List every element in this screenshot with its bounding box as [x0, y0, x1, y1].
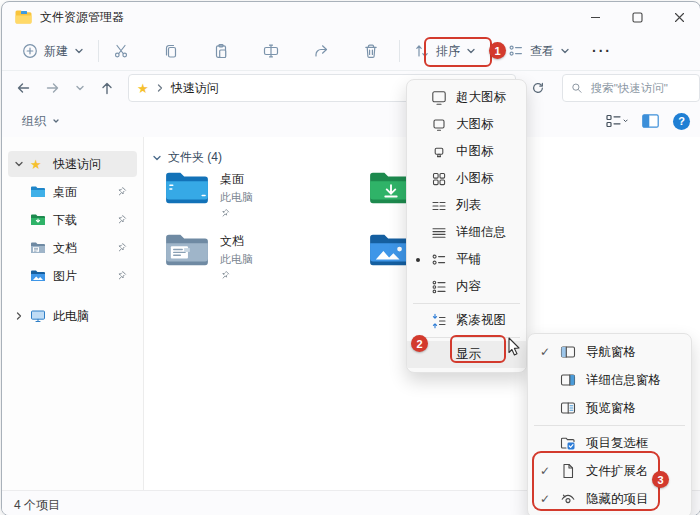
view-layout-icon: [508, 43, 524, 59]
large-icons-icon: [431, 117, 447, 133]
forward-button[interactable]: [38, 76, 68, 100]
maximize-button[interactable]: [616, 2, 658, 32]
extra-large-icons-icon: [431, 90, 447, 106]
tile-location: 此电脑: [220, 190, 253, 205]
view-button[interactable]: 查看: [500, 38, 578, 65]
menu-item-label: 小图标: [456, 170, 494, 187]
menu-item-label: 超大图标: [456, 89, 506, 106]
organize-button[interactable]: 组织: [22, 113, 61, 130]
menu-item-label: 平铺: [456, 251, 481, 268]
tiles-view-icon: [431, 252, 447, 268]
menu-item-extra-large-icons[interactable]: 超大图标: [407, 84, 526, 111]
preview-pane-toggle-icon[interactable]: [642, 114, 659, 128]
quick-access-star-icon: ★: [137, 81, 149, 96]
cut-icon: [113, 43, 129, 59]
help-icon[interactable]: ?: [673, 113, 690, 130]
menu-item-details[interactable]: 详细信息: [407, 219, 526, 246]
cut-button[interactable]: [105, 38, 137, 64]
menu-item-tiles[interactable]: 平铺: [407, 246, 526, 273]
details-pane-icon: [560, 372, 576, 388]
copy-icon: [163, 43, 179, 59]
sidebar-item-label: 下载: [53, 212, 77, 229]
annotation-step-2-badge: 2: [411, 335, 428, 352]
menu-item-large-icons[interactable]: 大图标: [407, 111, 526, 138]
mouse-cursor-icon: [506, 337, 523, 358]
new-button-label: 新建: [44, 43, 68, 60]
more-options-button[interactable]: ···: [592, 43, 612, 59]
submenu-item-preview-pane[interactable]: 预览窗格: [528, 394, 691, 422]
view-menu: 超大图标 大图标 中图标 小图标 列表 详细信息 平铺 内容: [406, 79, 527, 373]
sidebar-item-pictures[interactable]: 图片: [8, 263, 137, 289]
sidebar-item-documents[interactable]: 文档: [8, 235, 137, 261]
tile-desktop[interactable]: 桌面 此电脑: [164, 169, 368, 231]
paste-button[interactable]: [205, 38, 237, 64]
this-pc-icon: [30, 308, 46, 324]
menu-item-label: 中图标: [456, 143, 494, 160]
tile-name: 文档: [220, 233, 253, 250]
share-icon-button[interactable]: [305, 38, 337, 64]
new-plus-icon: [22, 43, 38, 59]
chevron-down-icon: [560, 46, 570, 56]
copy-button[interactable]: [155, 38, 187, 64]
expand-chevron-icon[interactable]: [8, 311, 30, 321]
pin-icon: [116, 186, 127, 197]
rename-icon: [263, 43, 279, 59]
sidebar-item-desktop[interactable]: 桌面: [8, 179, 137, 205]
new-button[interactable]: 新建: [14, 38, 92, 65]
sidebar-quick-access-label: 快速访问: [53, 156, 101, 173]
medium-icons-icon: [431, 144, 447, 160]
downloads-folder-icon: [30, 212, 46, 228]
sidebar-item-label: 图片: [53, 268, 77, 285]
documents-folder-icon: [164, 231, 210, 269]
command-row: 组织 ?: [2, 105, 700, 138]
pictures-folder-icon: [30, 268, 46, 284]
titlebar: 文件资源管理器: [2, 2, 700, 32]
menu-separator: [413, 303, 520, 304]
sidebar-item-this-pc[interactable]: 此电脑: [8, 303, 137, 329]
item-count: 4 个项目: [14, 497, 60, 514]
compact-view-icon: [431, 313, 447, 329]
submenu-item-label: 预览窗格: [586, 400, 636, 417]
submenu-item-label: 导航窗格: [586, 344, 636, 361]
annotation-box-view-button: [424, 37, 492, 67]
up-button[interactable]: [92, 76, 122, 100]
minimize-button[interactable]: [574, 2, 616, 32]
search-input[interactable]: [589, 81, 691, 95]
annotation-box-submenu-items: [532, 451, 660, 511]
sidebar-item-quick-access[interactable]: ★ 快速访问: [8, 151, 137, 177]
collapse-chevron-icon[interactable]: [8, 159, 30, 169]
submenu-item-label: 详细信息窗格: [586, 372, 661, 389]
refresh-icon[interactable]: [524, 77, 552, 99]
tile-documents[interactable]: 文档 此电脑: [164, 231, 368, 293]
layout-options-icon[interactable]: [606, 113, 628, 129]
explorer-folder-icon: [15, 10, 32, 24]
close-button[interactable]: [658, 2, 700, 32]
navigation-pane-icon: [560, 344, 576, 360]
sidebar-item-downloads[interactable]: 下载: [8, 207, 137, 233]
sidebar-item-label: 桌面: [53, 184, 77, 201]
menu-item-medium-icons[interactable]: 中图标: [407, 138, 526, 165]
check-icon: ✓: [540, 345, 560, 359]
back-button[interactable]: [8, 76, 38, 100]
menu-item-content[interactable]: 内容: [407, 273, 526, 300]
tile-location: 此电脑: [220, 252, 253, 267]
submenu-item-details-pane[interactable]: 详细信息窗格: [528, 366, 691, 394]
menu-item-label: 紧凑视图: [456, 312, 506, 329]
toolbar-separator: [399, 40, 400, 62]
menu-item-compact-view[interactable]: 紧凑视图: [407, 307, 526, 334]
tile-name: 桌面: [220, 171, 253, 188]
share-icon: [313, 43, 329, 59]
toolbar-separator: [98, 40, 99, 62]
menu-item-label: 列表: [456, 197, 481, 214]
recent-locations-button[interactable]: [68, 79, 92, 97]
rename-button[interactable]: [255, 38, 287, 64]
trash-icon: [363, 43, 379, 59]
menu-item-small-icons[interactable]: 小图标: [407, 165, 526, 192]
delete-button[interactable]: [355, 38, 387, 64]
small-icons-icon: [431, 171, 447, 187]
annotation-step-1-badge: 1: [489, 42, 506, 59]
breadcrumb[interactable]: 快速访问: [171, 80, 219, 97]
menu-item-list[interactable]: 列表: [407, 192, 526, 219]
submenu-item-navigation-pane[interactable]: ✓ 导航窗格: [528, 338, 691, 366]
menu-separator: [534, 425, 685, 426]
